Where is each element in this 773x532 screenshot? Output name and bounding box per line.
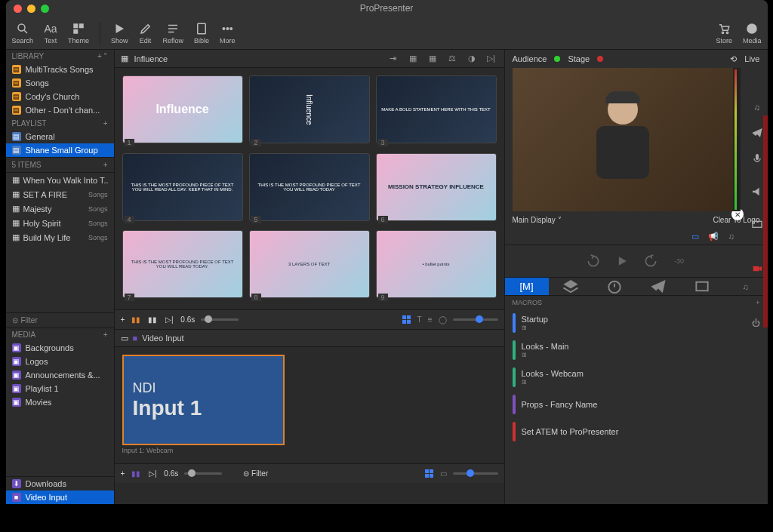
song-item[interactable]: ▦When You Walk Into T...: [6, 173, 114, 187]
easy-view-icon[interactable]: ◯: [439, 315, 447, 324]
tab-layers[interactable]: [549, 278, 593, 295]
video-input-item[interactable]: ■Video Input: [6, 490, 114, 504]
media-item[interactable]: ▣Playlist 1: [6, 382, 114, 395]
media-button[interactable]: Media: [743, 22, 762, 45]
display-selector[interactable]: Main Display ˅: [513, 216, 562, 224]
slide-thumb[interactable]: • bullet points9: [376, 230, 497, 302]
forward-button[interactable]: [643, 254, 658, 269]
sequence-icon-2[interactable]: ▮▮: [131, 469, 141, 479]
slide-thumb[interactable]: THIS IS THE MOST PROFOUND PIECE OF TEXT …: [122, 230, 243, 302]
minimize-window-button[interactable]: [27, 5, 35, 13]
playlist-add-button[interactable]: +: [103, 119, 108, 128]
slide-thumb[interactable]: THIS IS THE MOST PROFOUND PIECE OF TEXT …: [122, 153, 243, 225]
library-item[interactable]: ▤MultiTracks Songs: [6, 63, 114, 76]
macro-item[interactable]: Looks - Webcam⊞: [505, 364, 768, 391]
grid-icon[interactable]: ▦: [426, 52, 439, 66]
song-item[interactable]: ▦MajestySongs: [6, 201, 114, 216]
macro-item[interactable]: Set ATEM to ProPresenter: [505, 418, 768, 445]
media-add-button[interactable]: +: [103, 331, 108, 339]
media-item[interactable]: ▣Movies: [6, 395, 114, 409]
media-item[interactable]: ▣Announcements &...: [6, 368, 114, 382]
list-view-icon-2[interactable]: ▭: [440, 469, 447, 478]
slide-thumb[interactable]: MAKE A BOLD STATEMENT HERE WITH THIS TEX…: [376, 75, 497, 147]
bible-button[interactable]: Bible: [194, 22, 209, 45]
screen-icon[interactable]: [751, 219, 763, 231]
grid-view-icon[interactable]: [402, 315, 411, 324]
playlist-item[interactable]: ▤General: [6, 130, 114, 143]
sequence-icon[interactable]: ▮▮: [131, 315, 141, 325]
tab-props[interactable]: [680, 278, 724, 295]
zoom-slider-2[interactable]: [453, 472, 498, 475]
close-window-button[interactable]: [14, 5, 22, 13]
filter-bar[interactable]: ⊝ Filter: [6, 312, 114, 328]
video-transition-slider[interactable]: [184, 472, 222, 475]
rewind-button[interactable]: [586, 254, 601, 269]
edit-button[interactable]: Edit: [139, 22, 152, 45]
power-icon[interactable]: ⏻: [752, 318, 760, 328]
library-item[interactable]: ▤Other - Don't chan...: [6, 103, 114, 117]
timer-icon[interactable]: ▦: [406, 52, 420, 66]
text-view-icon[interactable]: T: [417, 315, 422, 324]
media-item[interactable]: ▣Backgrounds: [6, 341, 114, 355]
music-icon[interactable]: ♫: [751, 101, 763, 113]
add-slide-button[interactable]: +: [121, 315, 125, 324]
song-item[interactable]: ▦Holy SpiritSongs: [6, 216, 114, 230]
show-button[interactable]: Show: [111, 22, 128, 45]
list-view-icon[interactable]: ≡: [428, 315, 433, 324]
tab-timers[interactable]: [593, 278, 636, 295]
video-input-thumb[interactable]: NDI Input 1: [122, 355, 285, 445]
zoom-slider[interactable]: [453, 318, 498, 321]
downloads-item[interactable]: ⬇Downloads: [6, 477, 114, 490]
next-icon[interactable]: ▷|: [164, 315, 174, 325]
video-filter[interactable]: ⊝ Filter: [243, 469, 268, 478]
items-add-button[interactable]: +: [103, 161, 108, 169]
play-button[interactable]: [614, 254, 630, 269]
arrangement-icon[interactable]: ⇥: [386, 52, 400, 66]
fullscreen-icon[interactable]: ▷|: [485, 52, 498, 66]
megaphone-icon[interactable]: [751, 186, 763, 198]
maximize-window-button[interactable]: [41, 5, 49, 13]
macro-item[interactable]: Startup⊞ ⏻: [505, 309, 768, 337]
macro-item[interactable]: Looks - Main⊞: [505, 337, 768, 364]
megaphone-layer-icon[interactable]: 📢: [707, 230, 719, 242]
library-item[interactable]: ▤Cody's Church: [6, 90, 114, 103]
more-button[interactable]: ••• More: [220, 22, 236, 45]
search-button[interactable]: Search: [12, 22, 34, 45]
mic-icon[interactable]: [751, 152, 763, 165]
playlist-item[interactable]: ▤Shane Small Group: [6, 143, 114, 157]
link-icon[interactable]: ⟲: [730, 54, 737, 64]
add-video-button[interactable]: +: [121, 469, 125, 478]
tab-macros[interactable]: [M]: [505, 278, 549, 295]
library-add-button[interactable]: + ˅: [97, 52, 108, 60]
music-layer-icon[interactable]: ♫: [725, 230, 738, 242]
store-button[interactable]: Store: [716, 22, 732, 45]
sequence-alt-icon[interactable]: ▮▮: [147, 315, 158, 325]
expand-icon[interactable]: ◑: [465, 52, 479, 66]
media-item[interactable]: ▣Logos: [6, 355, 114, 368]
text-button[interactable]: Aa Text: [44, 22, 57, 45]
theme-button[interactable]: Theme: [68, 22, 89, 45]
slide-thumb[interactable]: THIS IS THE MOST PROFOUND PIECE OF TEXT …: [249, 153, 370, 225]
skip-button[interactable]: -30: [672, 254, 687, 269]
library-item[interactable]: ▤Songs: [6, 76, 114, 90]
send-icon[interactable]: [751, 127, 763, 139]
slide-thumb[interactable]: Influence2: [249, 75, 370, 147]
screen-layer-icon[interactable]: ▭: [689, 230, 701, 242]
song-item[interactable]: ▦Build My LifeSongs: [6, 230, 114, 244]
slide-thumb[interactable]: 3 LAYERS OF TEXT8: [249, 230, 370, 302]
preview-output[interactable]: [513, 68, 741, 211]
macros-add-button[interactable]: +: [756, 299, 759, 306]
slide-thumb[interactable]: Influence1: [122, 75, 243, 147]
transition-slider[interactable]: [201, 318, 239, 321]
song-item[interactable]: ▦SET A FIRESongs: [6, 187, 114, 201]
tab-messages[interactable]: [636, 278, 680, 295]
reflow-button[interactable]: Reflow: [163, 22, 184, 45]
macro-item[interactable]: Props - Fancy Name: [505, 391, 768, 418]
grid-view-icon-2[interactable]: [425, 469, 434, 478]
macro-color-bar: [513, 313, 516, 333]
slide-thumb[interactable]: MISSION STRATEGY INFLUENCE6: [376, 153, 497, 225]
settings-icon[interactable]: ⚖: [445, 52, 459, 66]
record-icon[interactable]: [751, 263, 763, 275]
download-icon: ⬇: [12, 479, 21, 488]
next-icon-2[interactable]: ▷|: [147, 469, 158, 479]
